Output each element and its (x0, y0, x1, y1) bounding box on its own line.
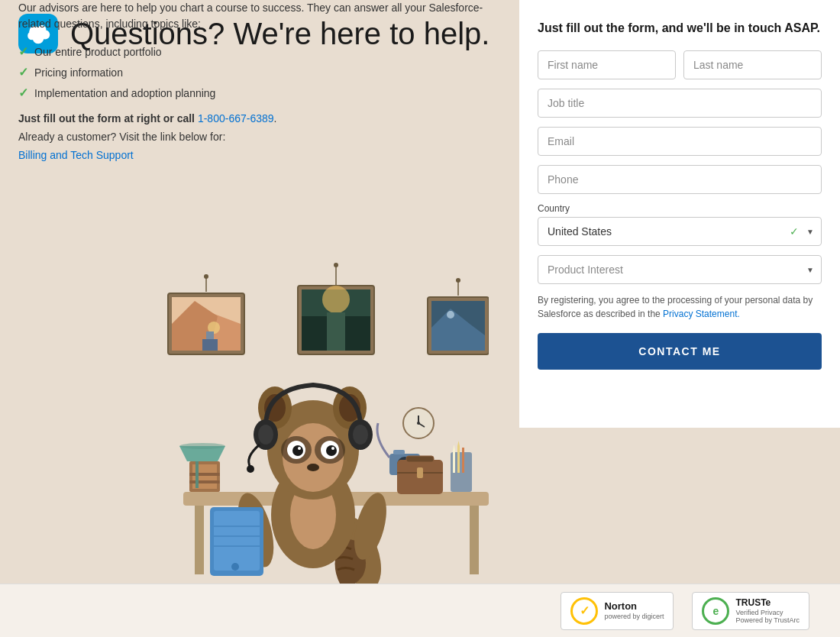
list-item: ✓ Pricing information (18, 65, 486, 79)
svg-rect-63 (214, 511, 260, 571)
svg-point-80 (326, 445, 337, 456)
country-select-wrap: United States Canada United Kingdom Aust… (538, 217, 822, 246)
svg-rect-12 (206, 331, 214, 339)
country-field: Country United States Canada United King… (538, 203, 822, 246)
country-select[interactable]: United States Canada United Kingdom Aust… (538, 217, 822, 246)
norton-sub: powered by digicert (604, 613, 664, 620)
svg-rect-54 (457, 446, 460, 473)
cta-paragraph: Just fill out the form at right or call … (0, 112, 504, 124)
form-panel: Just fill out the form, and we'll be in … (519, 0, 840, 428)
truste-label: TRUSTe (735, 597, 800, 608)
svg-point-28 (456, 278, 460, 283)
last-name-input[interactable] (683, 50, 822, 79)
svg-point-18 (322, 286, 350, 313)
svg-point-21 (334, 263, 338, 267)
svg-marker-57 (457, 441, 460, 446)
phone-link[interactable]: 1-800-667-6389 (198, 112, 274, 124)
product-interest-select[interactable]: Product Interest Sales Cloud Service Clo… (538, 255, 822, 284)
footer: ✓ Norton powered by digicert e TRUSTe Ve… (0, 584, 840, 637)
truste-sub1: Verified Privacy (735, 609, 800, 616)
form-title: Just fill out the form, and we'll be in … (538, 21, 822, 35)
truste-badge: e TRUSTe Verified Privacy Powered by Tru… (692, 592, 809, 630)
description-text: Our advisors are here to help you chart … (0, 0, 504, 32)
truste-sub2: Powered by TrustArc (735, 616, 800, 624)
svg-rect-55 (462, 448, 464, 473)
svg-marker-56 (453, 445, 455, 450)
svg-point-67 (231, 563, 239, 571)
chevron-down-icon: ▼ (806, 266, 814, 274)
norton-badge: ✓ Norton powered by digicert (561, 592, 674, 630)
svg-point-26 (447, 311, 454, 318)
svg-point-85 (258, 425, 273, 445)
norton-label: Norton (604, 601, 664, 612)
svg-point-47 (179, 443, 225, 449)
billing-link[interactable]: Billing and Tech Support (18, 149, 134, 161)
name-row (538, 50, 822, 79)
svg-rect-49 (406, 456, 434, 462)
first-name-input[interactable] (538, 50, 676, 79)
cta-bold-text: Just fill out the form at right or call (18, 112, 198, 124)
checklist-item-3: Implementation and adoption planning (34, 87, 215, 99)
svg-rect-19 (327, 312, 345, 351)
check-icon: ✓ (18, 86, 28, 100)
billing-paragraph: Already a customer? Visit the link below… (0, 131, 504, 143)
svg-point-82 (331, 447, 334, 450)
job-title-field (538, 89, 822, 118)
checklist-item-1: Our entire product portfolio (34, 46, 162, 58)
phone-input[interactable] (538, 165, 822, 194)
country-label: Country (538, 203, 822, 214)
svg-rect-43 (189, 473, 220, 476)
svg-point-88 (247, 465, 254, 473)
checklist: ✓ Our entire product portfolio ✓ Pricing… (0, 44, 504, 100)
svg-point-81 (298, 447, 301, 450)
svg-point-79 (292, 445, 303, 456)
svg-rect-51 (417, 467, 423, 478)
privacy-link[interactable]: Privacy Statement. (663, 309, 740, 319)
svg-rect-53 (453, 450, 455, 473)
list-item: ✓ Our entire product portfolio (18, 44, 486, 59)
svg-rect-40 (470, 506, 479, 574)
svg-rect-44 (189, 480, 220, 483)
check-icon: ✓ (790, 225, 799, 238)
svg-rect-33 (393, 450, 405, 454)
list-item: ✓ Implementation and adoption planning (18, 86, 486, 100)
billing-prefix-text: Already a customer? Visit the link below… (18, 131, 225, 143)
svg-point-14 (204, 274, 208, 279)
job-title-input[interactable] (538, 89, 822, 118)
email-input[interactable] (538, 127, 822, 156)
contact-me-button[interactable]: CONTACT ME (538, 333, 822, 370)
phone-field (538, 165, 822, 194)
chevron-down-icon: ▼ (806, 228, 814, 236)
svg-rect-11 (202, 339, 218, 351)
check-icon: ✓ (18, 44, 28, 59)
svg-point-87 (353, 425, 368, 445)
email-field (538, 127, 822, 156)
mascot-illustration (61, 255, 489, 584)
svg-rect-39 (195, 506, 204, 574)
norton-icon: ✓ (570, 597, 598, 625)
check-icon: ✓ (18, 65, 28, 79)
svg-point-83 (307, 464, 319, 471)
truste-icon: e (702, 597, 729, 625)
privacy-text: By registering, you agree to the process… (538, 293, 822, 321)
product-interest-field: Product Interest Sales Cloud Service Clo… (538, 255, 822, 284)
checklist-item-2: Pricing information (34, 66, 123, 79)
